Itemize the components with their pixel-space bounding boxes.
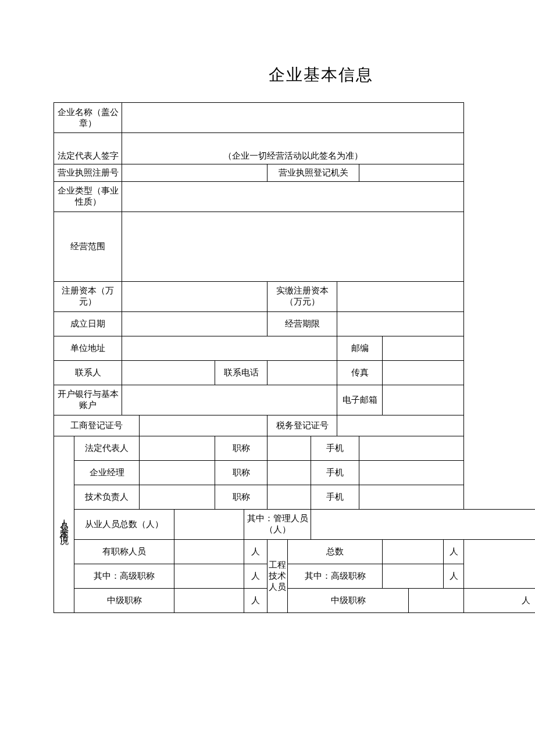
- field-contact[interactable]: [122, 360, 215, 385]
- field-term[interactable]: [337, 311, 464, 336]
- field-address[interactable]: [122, 336, 337, 360]
- field-license-org[interactable]: [359, 164, 464, 181]
- label-senior-eng: 其中：高级职称: [288, 564, 383, 588]
- field-phone[interactable]: [268, 360, 337, 385]
- label-tech-lead: 技术负责人: [74, 485, 140, 509]
- field-bank[interactable]: [122, 385, 337, 415]
- label-tax-reg: 税务登记证号: [268, 415, 337, 436]
- label-license-no: 营业执照注册号: [54, 164, 122, 181]
- label-total-eng: 总数: [288, 539, 383, 564]
- label-scope: 经营范围: [54, 212, 122, 281]
- field-mgmt-staff[interactable]: [311, 509, 536, 539]
- field-job2[interactable]: [268, 460, 311, 485]
- field-total-staff[interactable]: [174, 509, 244, 539]
- field-ent-type[interactable]: [122, 181, 464, 212]
- field-company-name[interactable]: [122, 103, 464, 133]
- field-scope[interactable]: [122, 212, 464, 281]
- label-reg-cap: 注册资本（万元）: [54, 281, 122, 311]
- field-manager[interactable]: [140, 460, 215, 485]
- unit-6: 人: [464, 588, 535, 612]
- label-total-staff: 从业人员总数（人）: [74, 509, 174, 539]
- label-mgmt-staff: 其中：管理人员（人）: [244, 509, 311, 539]
- label-fax: 传真: [337, 360, 383, 385]
- label-legal-sign: 法定代表人签字: [54, 133, 122, 164]
- field-zip[interactable]: [383, 336, 464, 360]
- label-zip: 邮编: [337, 336, 383, 360]
- field-email[interactable]: [383, 385, 464, 415]
- label-manager: 企业经理: [74, 460, 140, 485]
- label-senior: 其中：高级职称: [74, 564, 174, 588]
- label-term: 经营期限: [268, 311, 337, 336]
- label-contact: 联系人: [54, 360, 122, 385]
- label-mid-eng: 中级职称: [288, 588, 409, 612]
- unit-5: 人: [244, 588, 268, 612]
- unit-3: 人: [244, 564, 268, 588]
- label-titled: 有职称人员: [74, 539, 174, 564]
- unit-4: 人: [444, 564, 464, 588]
- field-reg-cap[interactable]: [122, 281, 268, 311]
- field-legal-sign-top[interactable]: [122, 133, 464, 148]
- field-senior[interactable]: [174, 564, 244, 588]
- field-biz-reg[interactable]: [140, 415, 268, 436]
- label-phone: 联系电话: [215, 360, 268, 385]
- label-license-org: 营业执照登记机关: [268, 164, 359, 181]
- label-address: 单位地址: [54, 336, 122, 360]
- label-personnel-section: 人员基本情况: [54, 436, 74, 612]
- label-mob3: 手机: [311, 485, 359, 509]
- label-legal-rep: 法定代表人: [74, 436, 140, 460]
- field-mid[interactable]: [174, 588, 244, 612]
- label-job2: 职称: [215, 460, 268, 485]
- field-senior-eng[interactable]: [383, 564, 444, 588]
- label-biz-reg: 工商登记证号: [54, 415, 140, 436]
- note-signature: （企业一切经营活动以此签名为准）: [122, 148, 464, 164]
- label-company-name: 企业名称（盖公章）: [54, 103, 122, 133]
- field-paid-cap[interactable]: [337, 281, 464, 311]
- field-titled[interactable]: [174, 539, 244, 564]
- unit-1: 人: [244, 539, 268, 564]
- field-mid-eng[interactable]: [409, 588, 464, 612]
- field-fax[interactable]: [383, 360, 464, 385]
- field-mob3[interactable]: [359, 485, 464, 509]
- label-mob2: 手机: [311, 460, 359, 485]
- label-mob1: 手机: [311, 436, 359, 460]
- field-legal-rep[interactable]: [140, 436, 215, 460]
- label-est-date: 成立日期: [54, 311, 122, 336]
- label-bank: 开户银行与基本账户: [54, 385, 122, 415]
- field-job3[interactable]: [268, 485, 311, 509]
- field-est-date[interactable]: [122, 311, 268, 336]
- label-mid: 中级职称: [74, 588, 174, 612]
- label-job1: 职称: [215, 436, 268, 460]
- label-ent-type: 企业类型（事业性质）: [54, 181, 122, 212]
- field-tech-lead[interactable]: [140, 485, 215, 509]
- field-mob1[interactable]: [359, 436, 464, 460]
- label-email: 电子邮箱: [337, 385, 383, 415]
- field-mob2[interactable]: [359, 460, 464, 485]
- form-table: 企业名称（盖公章） 法定代表人签字 （企业一切经营活动以此签名为准） 营业执照注…: [54, 102, 535, 613]
- label-job3: 职称: [215, 485, 268, 509]
- field-job1[interactable]: [268, 436, 311, 460]
- field-tax-reg[interactable]: [337, 415, 464, 436]
- label-paid-cap: 实缴注册资本（万元）: [268, 281, 337, 311]
- label-eng-staff: 工程技术人员: [268, 539, 288, 612]
- unit-2: 人: [444, 539, 464, 564]
- field-license-no[interactable]: [122, 164, 268, 181]
- page-title: 企业基本信息: [54, 64, 535, 86]
- field-total-eng[interactable]: [383, 539, 444, 564]
